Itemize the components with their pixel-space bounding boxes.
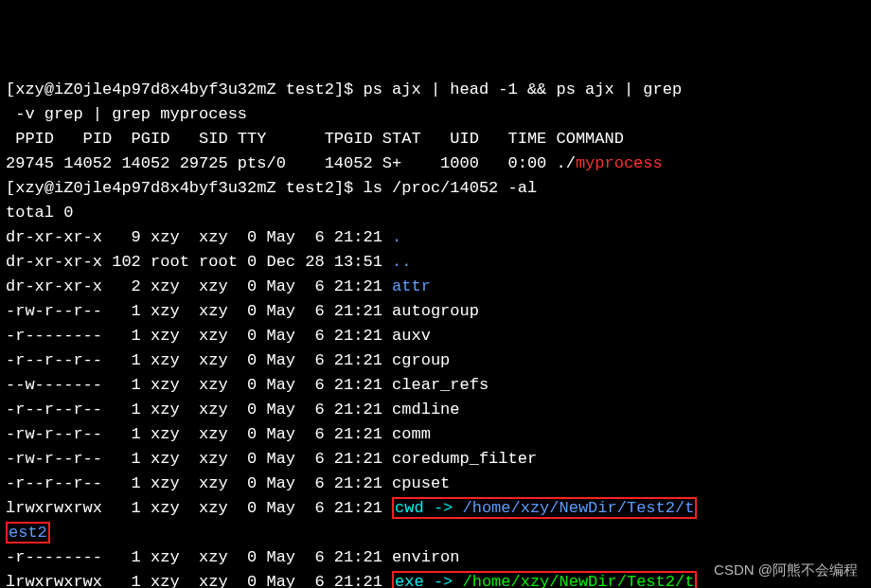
ps-header-text: PPID PID PGID SID TTY TPGID STAT UID TIM… (6, 130, 624, 148)
ls-total: total 0 (6, 201, 865, 225)
prompt-host: iZ0jle4p97d8x4byf3u32mZ (54, 80, 276, 98)
cmd-line-1: [xzy@iZ0jle4p97d8x4byf3u32mZ test2]$ ps … (6, 78, 865, 102)
prompt-end: ]$ (334, 80, 364, 98)
exe-target1: /home/xzy/NewDir/Test2/t (463, 573, 695, 588)
ls-row: dr-xr-xr-x 2 xzy xzy 0 May 6 21:21 attr (6, 275, 865, 299)
ls-row: -r--r--r-- 1 xzy xzy 0 May 6 21:21 cgrou… (6, 348, 865, 373)
cmd1-text: ps ajx | head -1 && ps ajx | grep (363, 80, 682, 98)
ls-row-prefix: -rw-r--r-- 1 xzy xzy 0 May 6 21:21 (6, 302, 392, 320)
ls-row: -rw-r--r-- 1 xzy xzy 0 May 6 21:21 comm (6, 422, 865, 447)
prompt-bracket: [ (6, 179, 15, 197)
total-text: total 0 (6, 204, 73, 222)
ls-row-name: auxv (392, 327, 431, 345)
exe-highlight: exe -> /home/xzy/NewDir/Test2/t (392, 571, 697, 588)
prompt-user: xzy (15, 179, 44, 197)
ls-row-prefix: dr-xr-xr-x 2 xzy xzy 0 May 6 21:21 (6, 277, 392, 295)
ls-row-prefix: --w------- 1 xzy xzy 0 May 6 21:21 (6, 376, 392, 394)
prompt-end: ]$ (334, 179, 364, 197)
ls-row-prefix: dr-xr-xr-x 9 xzy xzy 0 May 6 21:21 (6, 228, 392, 246)
ls-row-prefix: -rw-r--r-- 1 xzy xzy 0 May 6 21:21 (6, 450, 392, 468)
ls-row: -r--r--r-- 1 xzy xzy 0 May 6 21:21 cmdli… (6, 398, 865, 422)
ls-row-prefix: dr-xr-xr-x 102 root root 0 Dec 28 13:51 (6, 253, 392, 271)
cwd-label: cwd (395, 499, 424, 517)
ls-row-prefix: -r-------- 1 xzy xzy 0 May 6 21:21 (6, 548, 392, 566)
prompt-at: @ (44, 80, 54, 98)
ls-row-prefix: lrwxrwxrwx 1 xzy xzy 0 May 6 21:21 (6, 573, 392, 588)
cwd-highlight-wrap: est2 (6, 522, 50, 543)
prompt-bracket: [ (6, 80, 15, 98)
ls-row: --w------- 1 xzy xzy 0 May 6 21:21 clear… (6, 373, 865, 398)
prompt-host: iZ0jle4p97d8x4byf3u32mZ (54, 179, 276, 197)
ls-row-prefix: -r--r--r-- 1 xzy xzy 0 May 6 21:21 (6, 474, 392, 492)
ls-row-cwd-wrap: est2 (6, 521, 865, 545)
ls-row-prefix: lrwxrwxrwx 1 xzy xzy 0 May 6 21:21 (6, 499, 392, 517)
exe-arrow: -> (424, 573, 463, 588)
ls-row-name: .. (392, 253, 411, 271)
ls-row-name: cgroup (392, 351, 450, 369)
ls-row-name: clear_refs (392, 376, 489, 394)
prompt-folder: test2 (276, 80, 334, 98)
ls-row-name: . (392, 228, 401, 246)
ls-row-name: attr (392, 277, 431, 295)
ls-row-name: cmdline (392, 401, 459, 419)
cmd-line-1-wrap: -v grep | grep myprocess (6, 102, 865, 127)
cwd-target2: est2 (9, 524, 47, 542)
cwd-highlight: cwd -> /home/xzy/NewDir/Test2/t (392, 497, 697, 519)
cmd2-text: ls /proc/14052 -al (363, 179, 537, 197)
ps-row-prefix: 29745 14052 14052 29725 pts/0 14052 S+ 1… (6, 154, 576, 172)
ls-row: -r-------- 1 xzy xzy 0 May 6 21:21 auxv (6, 324, 865, 348)
ls-row: -rw-r--r-- 1 xzy xzy 0 May 6 21:21 autog… (6, 299, 865, 324)
ls-row-name: comm (392, 425, 431, 443)
prompt-folder: test2 (276, 179, 334, 197)
watermark-text: CSDN @阿熊不会编程 (714, 558, 858, 582)
ls-row-name: autogroup (392, 302, 479, 320)
ps-row: 29745 14052 14052 29725 pts/0 14052 S+ 1… (6, 151, 865, 176)
cmd1-wrap-text: -v grep | grep myprocess (6, 105, 247, 123)
cwd-arrow: -> (424, 499, 463, 517)
ls-row-name: cpuset (392, 474, 450, 492)
ls-row: dr-xr-xr-x 9 xzy xzy 0 May 6 21:21 . (6, 225, 865, 250)
exe-label: exe (395, 573, 424, 588)
ls-row-prefix: -rw-r--r-- 1 xzy xzy 0 May 6 21:21 (6, 425, 392, 443)
terminal-output: [xzy@iZ0jle4p97d8x4byf3u32mZ test2]$ ps … (6, 78, 865, 588)
cmd-line-2: [xzy@iZ0jle4p97d8x4byf3u32mZ test2]$ ls … (6, 176, 865, 201)
ps-row-process: myprocess (576, 154, 663, 172)
cwd-target1: /home/xzy/NewDir/Test2/t (463, 499, 695, 517)
prompt-user: xzy (15, 80, 44, 98)
ls-row-name: environ (392, 548, 459, 566)
ls-row: dr-xr-xr-x 102 root root 0 Dec 28 13:51 … (6, 250, 865, 275)
ps-header: PPID PID PGID SID TTY TPGID STAT UID TIM… (6, 127, 865, 151)
ls-row-prefix: -r--r--r-- 1 xzy xzy 0 May 6 21:21 (6, 351, 392, 369)
ls-row: -r--r--r-- 1 xzy xzy 0 May 6 21:21 cpuse… (6, 472, 865, 496)
ls-row-prefix: -r--r--r-- 1 xzy xzy 0 May 6 21:21 (6, 401, 392, 419)
ls-row-name: coredump_filter (392, 450, 537, 468)
prompt-at: @ (44, 179, 54, 197)
ls-row-cwd: lrwxrwxrwx 1 xzy xzy 0 May 6 21:21 cwd -… (6, 496, 865, 521)
ls-row-prefix: -r-------- 1 xzy xzy 0 May 6 21:21 (6, 327, 392, 345)
ls-row: -rw-r--r-- 1 xzy xzy 0 May 6 21:21 cored… (6, 447, 865, 472)
